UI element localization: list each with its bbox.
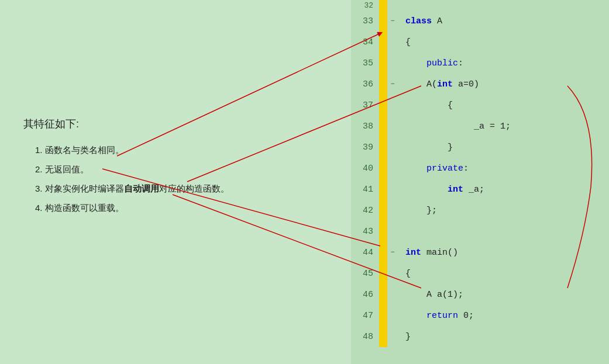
code-line-43: 43: [351, 221, 609, 242]
code-content-44: int main(): [398, 248, 458, 258]
code-line-48: 48 }: [351, 326, 609, 347]
code-line-39: 39 }: [351, 137, 609, 158]
code-line-36: 36 − A(int a=0): [351, 74, 609, 95]
yellow-bar-40: [379, 158, 387, 179]
code-content-41: int _a;: [398, 185, 484, 195]
line-num-39: 39: [351, 143, 379, 152]
line-num-38: 38: [351, 122, 379, 131]
code-line-41: 41 int _a;: [351, 179, 609, 200]
line-num-36: 36: [351, 79, 379, 89]
yellow-bar-41: [379, 179, 387, 200]
code-line-42: 42 };: [351, 200, 609, 221]
feature-item-2: 2. 无返回值。: [35, 160, 328, 179]
feature-item-4: 4. 构造函数可以重载。: [35, 198, 328, 217]
fold-36[interactable]: −: [387, 80, 398, 88]
line-num-45: 45: [351, 269, 379, 279]
code-content-48: }: [398, 332, 411, 342]
code-line-46: 46 A a(1);: [351, 284, 609, 305]
code-content-40: private:: [398, 164, 469, 174]
code-line-34: 34 {: [351, 32, 609, 53]
yellow-bar-45: [379, 263, 387, 284]
yellow-bar-43: [379, 221, 387, 242]
code-line-44: 44 − int main(): [351, 242, 609, 263]
yellow-bar-42: [379, 200, 387, 221]
feature-list: 1. 函数名与类名相同。 2. 无返回值。 3. 对象实例化时编译器自动调用对应…: [35, 140, 328, 217]
yellow-bar-44: [379, 242, 387, 263]
code-content-38: _a = 1;: [398, 122, 511, 131]
code-line-33: 33 − class A: [351, 11, 609, 32]
code-content-36: A(int a=0): [398, 79, 479, 89]
line-num-46: 46: [351, 290, 379, 300]
yellow-bar-38: [379, 116, 387, 137]
yellow-bar-top: [379, 0, 387, 11]
fold-44[interactable]: −: [387, 248, 398, 256]
yellow-bar-39: [379, 137, 387, 158]
line-num-37: 37: [351, 100, 379, 110]
line-num-41: 41: [351, 185, 379, 195]
code-content-37: {: [398, 100, 453, 110]
feature-item-3: 3. 对象实例化时编译器自动调用对应的构造函数。: [35, 179, 328, 198]
line-num-48: 48: [351, 332, 379, 342]
line-num-32: 32: [351, 1, 379, 10]
code-content-46: A a(1);: [398, 290, 463, 300]
line-num-34: 34: [351, 37, 379, 47]
yellow-bar-35: [379, 53, 387, 74]
code-panel: 32 33 − class A 34 { 35 public: 36: [351, 0, 609, 364]
code-line-top: 32: [351, 0, 609, 11]
yellow-bar-33: [379, 11, 387, 32]
line-num-47: 47: [351, 311, 379, 321]
line-num-40: 40: [351, 164, 379, 174]
code-line-40: 40 private:: [351, 158, 609, 179]
code-line-37: 37 {: [351, 95, 609, 116]
feature-title: 其特征如下:: [23, 117, 328, 131]
yellow-bar-34: [379, 32, 387, 53]
left-panel: 其特征如下: 1. 函数名与类名相同。 2. 无返回值。 3. 对象实例化时编译…: [0, 0, 351, 364]
line-num-43: 43: [351, 227, 379, 237]
code-line-35: 35 public:: [351, 53, 609, 74]
code-content-45: {: [398, 269, 411, 279]
code-content-39: }: [398, 143, 453, 152]
code-content-35: public:: [398, 58, 463, 68]
line-num-33: 33: [351, 16, 379, 26]
code-line-38: 38 _a = 1;: [351, 116, 609, 137]
code-container: 32 33 − class A 34 { 35 public: 36: [351, 0, 609, 364]
yellow-bar-47: [379, 305, 387, 326]
code-content-42: };: [398, 206, 437, 216]
feature-item-1: 1. 函数名与类名相同。: [35, 140, 328, 160]
code-line-45: 45 {: [351, 263, 609, 284]
yellow-bar-37: [379, 95, 387, 116]
line-num-35: 35: [351, 58, 379, 68]
code-line-47: 47 return 0;: [351, 305, 609, 326]
code-content-47: return 0;: [398, 311, 474, 321]
code-content-34: {: [398, 37, 411, 47]
fold-33[interactable]: −: [387, 17, 398, 25]
yellow-bar-36: [379, 74, 387, 95]
yellow-bar-46: [379, 284, 387, 305]
yellow-bar-48: [379, 326, 387, 347]
line-num-44: 44: [351, 248, 379, 258]
line-num-42: 42: [351, 206, 379, 216]
code-content-33: class A: [398, 16, 442, 26]
